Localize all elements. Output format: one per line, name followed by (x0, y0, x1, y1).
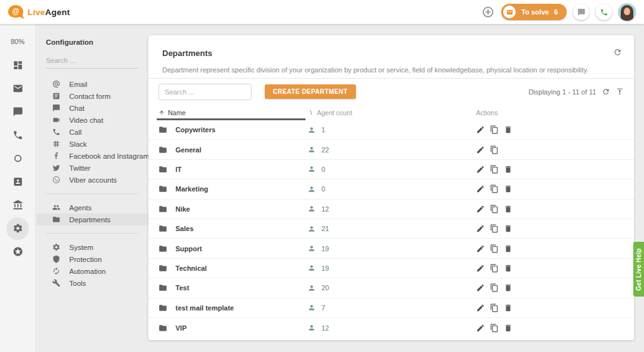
bank-icon (13, 200, 23, 210)
folder-icon (158, 244, 167, 253)
scroll-to-top-button[interactable] (616, 88, 624, 96)
page-description: Department represent specific division o… (162, 66, 621, 74)
copy-button[interactable] (490, 185, 499, 193)
to-solve-button[interactable]: To solve 6 (501, 4, 567, 20)
rail-item-knowledgebase[interactable] (6, 193, 30, 217)
create-department-button[interactable]: CREATE DEPARTMENT (265, 84, 356, 99)
copy-button[interactable] (490, 304, 499, 312)
copy-button[interactable] (490, 224, 499, 233)
sidebar-item-tools[interactable]: Tools (36, 277, 148, 289)
copy-button[interactable] (490, 244, 499, 253)
department-name: IT (175, 166, 182, 173)
rail-item-online[interactable] (6, 147, 30, 170)
agent-count: 12 (321, 324, 329, 332)
to-solve-count: 6 (554, 8, 558, 16)
sidebar-item-twitter[interactable]: Twitter (36, 162, 148, 174)
folder-icon (158, 324, 167, 332)
rail-item-configuration[interactable] (6, 217, 30, 240)
top-bar: @ LiveAgent To solve 6 (0, 0, 644, 24)
add-button[interactable] (481, 5, 495, 19)
autorenew-icon (52, 267, 60, 275)
get-live-help-tab[interactable]: Get Live Help (633, 242, 644, 297)
delete-button[interactable] (504, 224, 513, 233)
edit-button[interactable] (476, 205, 485, 213)
calls-button[interactable] (596, 4, 612, 20)
column-header-actions: Actions (476, 109, 624, 116)
person-icon (308, 165, 316, 173)
edit-button[interactable] (476, 185, 485, 193)
chat-icon (52, 104, 60, 112)
liveagent-logo[interactable]: @ LiveAgent (8, 5, 70, 19)
folder-icon (158, 145, 167, 154)
delete-button[interactable] (504, 244, 513, 253)
delete-button[interactable] (504, 283, 513, 292)
folder-icon (158, 125, 167, 134)
rail-item-calls[interactable] (6, 123, 30, 147)
delete-button[interactable] (504, 205, 513, 213)
edit-button[interactable] (476, 324, 485, 332)
copy-button[interactable] (490, 205, 499, 213)
delete-button[interactable] (504, 185, 513, 193)
edit-button[interactable] (476, 145, 485, 154)
rail-item-tickets[interactable] (6, 77, 30, 100)
rail-item-extras[interactable] (6, 240, 30, 263)
column-header-agent-count[interactable]: Agent count (308, 109, 476, 116)
sidebar-item-slack[interactable]: Slack (36, 138, 148, 150)
edit-icon (476, 304, 485, 312)
copy-button[interactable] (490, 283, 499, 292)
delete-icon (504, 165, 513, 174)
copy-icon (490, 283, 499, 292)
copy-button[interactable] (490, 324, 499, 332)
edit-icon (476, 205, 485, 213)
copy-button[interactable] (490, 264, 499, 273)
delete-button[interactable] (504, 324, 513, 332)
sidebar-item-agents[interactable]: Agents (36, 202, 148, 213)
sidebar-item-chat[interactable]: Chat (36, 102, 148, 114)
agent-count: 0 (321, 166, 325, 173)
rail-item-chats[interactable] (6, 100, 30, 123)
availability-percentage: 80% (11, 38, 25, 45)
department-name: Marketing (175, 185, 208, 193)
sidebar-item-protection[interactable]: Protection (36, 253, 148, 265)
sidebar-item-video-chat[interactable]: Video chat (36, 114, 148, 126)
edit-button[interactable] (476, 264, 485, 273)
edit-button[interactable] (476, 244, 485, 253)
sidebar-search-input[interactable] (46, 54, 138, 69)
copy-button[interactable] (490, 165, 499, 174)
edit-button[interactable] (476, 224, 485, 233)
delete-icon (504, 224, 513, 233)
person-icon (308, 244, 316, 253)
sidebar-item-call[interactable]: Call (36, 126, 148, 138)
sidebar-item-facebook-instagram[interactable]: Facebook and Instagram (36, 150, 148, 162)
copy-button[interactable] (490, 145, 499, 154)
delete-button[interactable] (504, 264, 513, 273)
edit-button[interactable] (476, 304, 485, 312)
column-header-name[interactable]: Name (158, 105, 308, 120)
delete-button[interactable] (504, 304, 513, 312)
agent-count: 0 (321, 185, 325, 193)
refresh-button[interactable] (613, 48, 622, 57)
edit-button[interactable] (476, 283, 485, 292)
delete-button[interactable] (504, 125, 513, 134)
rail-item-customers[interactable] (6, 170, 30, 193)
sidebar-item-email[interactable]: Email (36, 78, 148, 90)
sidebar-item-departments[interactable]: Departments (36, 213, 148, 225)
chats-button[interactable] (573, 4, 589, 20)
refresh-list-button[interactable] (602, 88, 610, 96)
sidebar-item-automation[interactable]: Automation (36, 265, 148, 277)
department-name: test mail template (175, 304, 234, 312)
department-search-input[interactable] (158, 84, 252, 100)
agent-count: 19 (321, 264, 329, 272)
user-avatar[interactable] (618, 3, 636, 21)
refresh-icon (613, 48, 622, 57)
sidebar-item-contact-form[interactable]: Contact form (36, 90, 148, 102)
edit-button[interactable] (476, 125, 485, 134)
sidebar-item-viber[interactable]: Viber accounts (36, 174, 148, 186)
copy-button[interactable] (490, 125, 499, 134)
sidebar-item-system[interactable]: System (36, 241, 148, 253)
delete-icon (504, 283, 513, 292)
delete-button[interactable] (504, 165, 513, 174)
edit-button[interactable] (476, 165, 485, 174)
rail-item-dashboard[interactable] (6, 54, 30, 77)
gear-icon (13, 223, 23, 234)
